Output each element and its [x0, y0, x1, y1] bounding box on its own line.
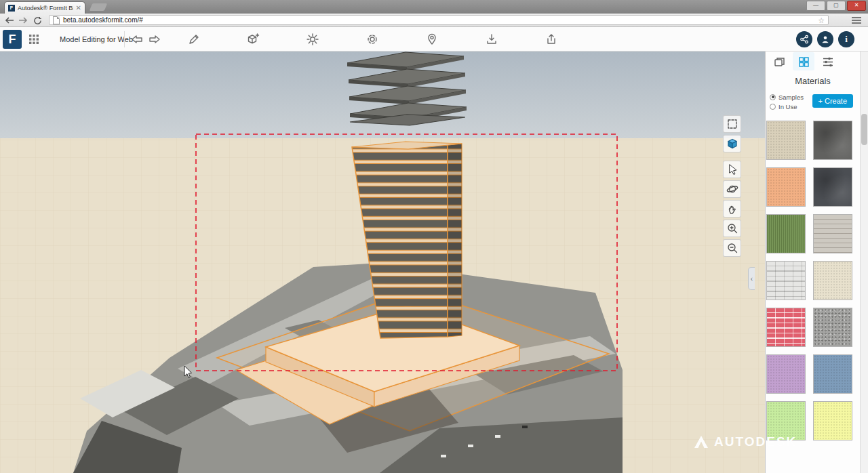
radio-in-use-label: In Use	[778, 103, 797, 110]
create-material-button[interactable]: + Create	[812, 94, 854, 108]
radio-samples-label: Samples	[778, 94, 804, 101]
material-swatch-plaster-cream[interactable]	[813, 261, 852, 300]
share-icon[interactable]	[796, 31, 812, 47]
material-swatch-metal-charcoal[interactable]	[813, 167, 852, 207]
pointer-tool-button[interactable]	[723, 161, 741, 178]
material-swatch-wood-planks-gray[interactable]	[813, 214, 852, 253]
scrollbar-thumb[interactable]	[861, 114, 867, 145]
radio-in-use[interactable]: In Use	[770, 102, 804, 111]
back-button[interactable]	[3, 15, 15, 26]
add-geometry-cube-icon[interactable]	[245, 31, 261, 47]
tab-title: Autodesk® FormIt BETA	[18, 5, 73, 12]
panel-collapse-handle[interactable]: ‹	[748, 267, 755, 290]
refresh-button[interactable]	[32, 15, 43, 26]
material-swatch-stucco-peach[interactable]	[766, 167, 806, 207]
browser-tabstrip: F Autodesk® FormIt BETA ✕ — ▢ ✕	[0, 0, 868, 14]
materials-panel: Materials Samples In Use + Create	[765, 52, 860, 473]
window-close-button[interactable]: ✕	[847, 1, 866, 11]
material-swatch-concrete-dark[interactable]	[813, 121, 852, 160]
window-maximize-button[interactable]: ▢	[827, 1, 846, 11]
viewport-3d-canvas[interactable]: ‹	[0, 52, 765, 473]
material-swatch-plaster-lavender[interactable]	[766, 354, 806, 394]
formit-app-window: F Autodesk® FormIt BETA ✕ — ▢ ✕ beta.aut…	[0, 0, 868, 473]
orbit-tool-button[interactable]	[723, 180, 741, 198]
material-swatch-grass-green[interactable]	[766, 214, 806, 253]
settings-gear-icon[interactable]	[364, 31, 380, 47]
app-grid-icon[interactable]	[26, 31, 42, 47]
panel-scrollbar[interactable]	[860, 52, 868, 473]
user-account-icon[interactable]	[817, 31, 833, 47]
tab-properties[interactable]	[817, 52, 839, 70]
sun-environment-icon[interactable]	[304, 31, 321, 47]
formit-logo[interactable]: F	[3, 30, 22, 49]
material-swatch-panel-blue[interactable]	[813, 354, 852, 394]
browser-menu-icon[interactable]	[852, 17, 861, 24]
browser-toolbar: beta.autodeskformit.com/# ☆	[0, 14, 868, 27]
material-swatch-paint-light-green[interactable]	[766, 401, 806, 440]
pan-hand-tool-button[interactable]	[723, 200, 741, 218]
tab-layers[interactable]	[768, 52, 790, 70]
material-filter-radios: Samples In Use	[770, 92, 804, 111]
app-title: Model Editing for Web	[60, 35, 133, 43]
location-pin-icon[interactable]	[424, 31, 440, 47]
export-share-icon[interactable]	[543, 31, 559, 47]
tab-materials[interactable]	[793, 52, 814, 70]
radio-in-use-dot	[770, 104, 776, 110]
material-swatch-paint-light-yellow[interactable]	[813, 401, 852, 440]
zoom-in-tool-button[interactable]	[723, 220, 741, 237]
import-download-icon[interactable]	[484, 31, 500, 47]
zoom-out-tool-button[interactable]	[723, 239, 741, 257]
panel-title: Materials	[766, 76, 860, 86]
info-icon[interactable]: i	[838, 31, 854, 47]
new-tab-button[interactable]	[90, 3, 107, 11]
url-text: beta.autodeskformit.com/#	[63, 16, 814, 24]
browser-tab[interactable]: F Autodesk® FormIt BETA ✕	[4, 1, 85, 14]
radio-samples[interactable]: Samples	[770, 92, 804, 102]
draw-pencil-icon[interactable]	[186, 31, 202, 47]
radio-samples-dot	[770, 94, 776, 100]
scene	[0, 52, 765, 473]
material-swatch-brick-white[interactable]	[766, 261, 806, 300]
tab-favicon: F	[8, 5, 15, 12]
select-tool-button[interactable]	[723, 115, 741, 133]
material-grid	[766, 121, 852, 440]
view-tools-palette	[723, 115, 742, 257]
window-minimize-button[interactable]: —	[806, 1, 825, 11]
material-swatch-brick-red[interactable]	[766, 308, 806, 347]
material-swatch-speckle-gray[interactable]	[813, 308, 852, 347]
page-icon	[53, 16, 60, 24]
undo-button[interactable]	[129, 31, 145, 47]
redo-button[interactable]	[146, 31, 163, 47]
panel-tabs	[766, 52, 860, 72]
forward-button[interactable]	[17, 15, 28, 26]
cube-tool-button[interactable]	[723, 135, 741, 152]
bookmark-star-icon[interactable]: ☆	[818, 17, 825, 24]
toolbar-separator	[124, 31, 125, 47]
url-bar[interactable]: beta.autodeskformit.com/# ☆	[49, 15, 829, 25]
tab-close-icon[interactable]: ✕	[76, 5, 81, 12]
material-swatch-plaster-beige[interactable]	[766, 121, 806, 160]
